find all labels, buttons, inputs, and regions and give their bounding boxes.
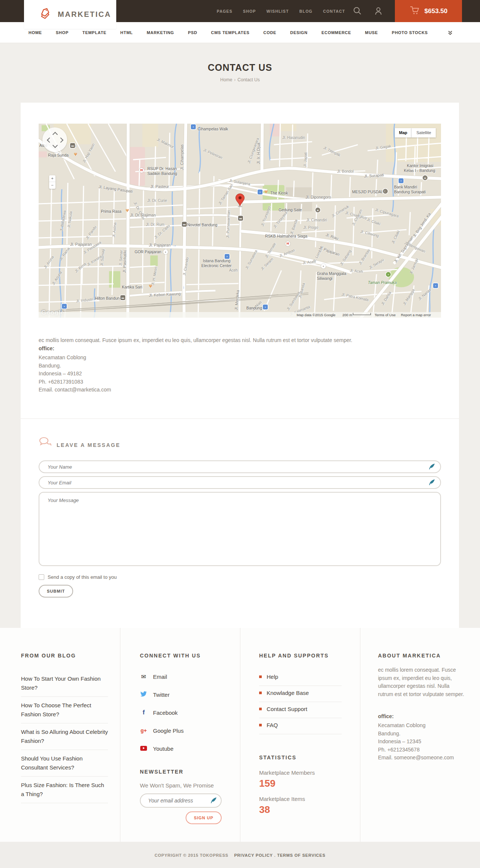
header-nav-item-contact[interactable]: CONTACT [323,9,345,13]
map-marker-pin[interactable] [235,193,245,209]
main-nav-item-shop[interactable]: SHOP [56,30,69,35]
breadcrumb-home[interactable]: Home [220,77,232,82]
twitter-icon [140,691,147,698]
main-nav-item-ecommerce[interactable]: ECOMMERCE [321,30,351,35]
social-link-email[interactable]: ✉Email [140,668,222,686]
section-divider [21,418,459,419]
header-nav-item-wishlist[interactable]: WISHLIST [267,9,289,13]
zoom-out-button[interactable]: − [49,182,56,188]
social-link-fb[interactable]: fFacebook [140,704,222,722]
pan-up-icon[interactable] [52,132,58,137]
social-link-twitter[interactable]: Twitter [140,686,222,704]
map-poi-label: Bandung [246,306,262,310]
breadcrumb: Home›Contact Us [0,77,480,82]
map-poi-park-icon: ▪ [386,272,391,277]
message-field-wrap [39,492,441,568]
main-nav-item-psd[interactable]: PSD [188,30,197,35]
main-nav-item-design[interactable]: DESIGN [290,30,308,35]
brand-logo[interactable]: MARKETICA [24,0,116,29]
social-link-label: Facebook [153,710,178,716]
social-link-yt[interactable]: Youtube [140,740,222,757]
submit-button[interactable]: SUBMIT [39,585,73,598]
blog-link[interactable]: Plus Size Fashion: Is There Such a Thing… [21,777,108,803]
blog-link[interactable]: How To Choose The Perfect Fashion Store? [21,697,108,723]
pan-down-icon[interactable] [52,143,58,148]
help-link[interactable]: Contact Support [259,702,342,718]
cart-button[interactable]: $653.50 [395,0,462,22]
blog-heading: FROM OUR BLOG [21,653,76,659]
report-error-link[interactable]: Report a map error [401,313,431,317]
search-icon[interactable] [353,6,362,15]
map-street-label: Jl. Cimandiri [306,218,327,222]
chevron-down-icon[interactable] [448,30,453,37]
about-address-line: Ph. +6212345678 [378,746,454,754]
blog-link[interactable]: Should You Use Fashion Consultant Servic… [21,750,108,777]
copy-checkbox[interactable] [39,574,44,580]
copy-checkbox-label: Send a copy of this email to you [48,574,117,580]
map-poi-label: RSUP Dr. Hasan [147,166,177,171]
message-textarea[interactable] [39,492,441,566]
main-nav-item-html[interactable]: HTML [120,30,133,35]
newsletter-email-input[interactable] [140,793,222,808]
privacy-policy-link[interactable]: PRIVACY POLICY [234,853,273,858]
user-icon[interactable] [374,6,383,15]
about-office-label: office: [378,713,394,719]
blog-link[interactable]: What is So Alluring About Celebrity Fash… [21,723,108,750]
about-address-line: Kecamatan Coblong [378,722,454,730]
map-street-label: Jl. Diponegoro [306,195,331,199]
page: MARKETICA PAGESSHOPWISHLISTBLOGCONTACT $… [0,0,480,868]
zoom-in-button[interactable]: + [49,175,56,182]
email-input[interactable] [39,476,441,489]
map-street-label: Jl. Progo [303,226,318,230]
social-link-label: Youtube [153,745,174,752]
main-nav-item-muse[interactable]: MUSE [365,30,378,35]
about-text: ec mollis lorem consequat. Fusce ipsum e… [378,666,465,698]
map-poi-label: Prima Rasa [101,209,122,214]
google-map[interactable]: Cihampelas WalkJl. PelesiranJl. Haji Yas… [39,124,441,318]
name-input[interactable] [39,460,441,473]
satellite-view-button[interactable]: Satellite [411,128,436,137]
map-zoom-control[interactable]: + − [49,175,56,189]
main-nav-item-home[interactable]: HOME [28,30,42,35]
terms-link[interactable]: Terms of Use [375,313,396,317]
pan-left-icon[interactable] [47,137,52,143]
header-nav-item-blog[interactable]: BLOG [299,9,312,13]
newsletter-heading: NEWSLETTER [140,769,183,775]
map-street-label: Jl. Pasteur [150,184,169,189]
main-nav-item-photo-stocks[interactable]: PHOTO STOCKS [392,30,428,35]
header-nav-item-shop[interactable]: SHOP [243,9,256,13]
chat-bubbles-icon [39,437,52,450]
map-poi-label: Kelas I - Bandung [404,168,435,173]
main-nav-item-cms-templates[interactable]: CMS TEMPLATES [211,30,249,35]
copy-checkbox-row: Send a copy of this email to you [39,574,117,580]
map-poi-label: Kantor Imigrasi [407,163,434,168]
office-address-line: Indonesia – 49182 [39,370,111,378]
blog-link[interactable]: How To Start Your Own Fashion Store? [21,670,108,697]
header-nav-item-pages[interactable]: PAGES [217,9,232,13]
social-link-gp[interactable]: g+Google Plus [140,722,222,740]
pan-right-icon[interactable] [58,137,63,143]
about-address-line: Bandung. [378,730,454,738]
help-link[interactable]: Help [259,670,342,686]
square-bullet-icon [259,724,262,726]
terms-of-services-link[interactable]: TERMS OF SERVICES [277,853,326,858]
signup-button[interactable]: SIGN UP [186,811,222,824]
help-heading: HELP AND SUPPORTS [259,653,329,659]
main-nav-item-template[interactable]: TEMPLATE [82,30,106,35]
pen-icon [429,479,435,487]
main-nav-item-code[interactable]: CODE [263,30,276,35]
main-nav-item-marketing[interactable]: MARKETING [147,30,174,35]
map-poi-mosq-icon: ☾ [383,189,388,194]
map-pan-control[interactable] [42,127,67,152]
map-poi-mus-icon: ▲ [423,175,428,180]
map-poi-hotel-icon: ▬ [70,143,75,148]
stats-heading: STATISTICS [259,754,297,760]
help-link[interactable]: FAQ [259,718,342,734]
map-street-label: Aceh [229,268,238,272]
map-view-button[interactable]: Map [395,128,411,137]
form-heading: LEAVE A MESSAGE [57,442,120,448]
help-link[interactable]: Knowladge Base [259,686,342,702]
map-street-label: Jl. Dr. Rajiman [130,213,156,217]
map-street-label: Jl. Pajajaran [70,242,92,247]
blog-list: How To Start Your Own Fashion Store?How … [21,670,108,803]
